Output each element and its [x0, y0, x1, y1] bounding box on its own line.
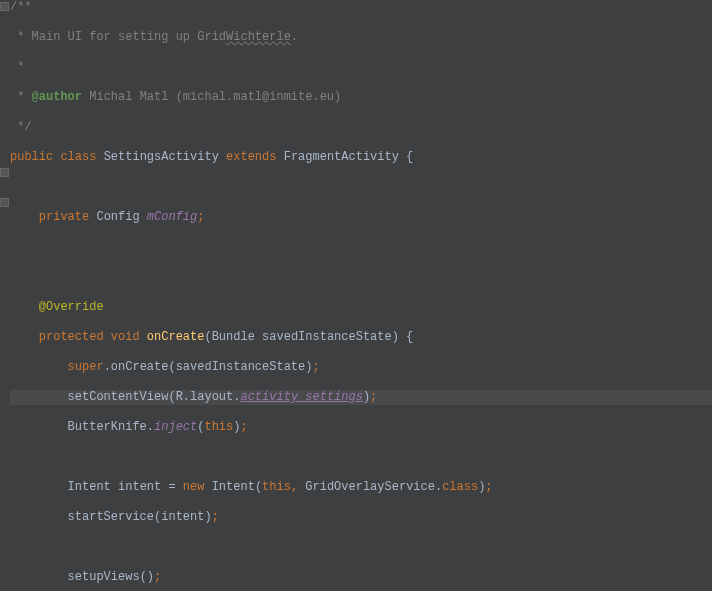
paren-open: (	[168, 360, 175, 374]
param-name: savedInstanceState	[262, 330, 392, 344]
semicolon: ;	[312, 360, 319, 374]
code-line[interactable]: * Main UI for setting up GridWichterle.	[10, 30, 712, 45]
kw-extends: extends	[226, 150, 276, 164]
javadoc-author: Michal Matl (michal.matl@inmite.eu)	[82, 90, 341, 104]
type-name: Intent	[68, 480, 111, 494]
paren-close: )	[204, 510, 211, 524]
kw-protected: protected	[39, 330, 104, 344]
javadoc-text: *	[10, 30, 32, 44]
code-line[interactable]: private Config mConfig;	[10, 210, 712, 225]
paren-close: )	[392, 330, 399, 344]
kw-new: new	[183, 480, 205, 494]
code-line[interactable]: *	[10, 60, 712, 75]
javadoc-open: /**	[10, 0, 32, 14]
gutter-marker-icon[interactable]	[0, 168, 9, 177]
method-name: onCreate	[147, 330, 205, 344]
param-type: Bundle	[212, 330, 255, 344]
brace-open: {	[399, 150, 413, 164]
code-line[interactable]: * @author Michal Matl (michal.matl@inmit…	[10, 90, 712, 105]
paren-open: (	[168, 390, 175, 404]
paren-close: )	[363, 390, 370, 404]
code-line[interactable]: /**	[10, 0, 712, 15]
class-ref: ButterKnife	[68, 420, 147, 434]
method-ref: setContentView	[68, 390, 169, 404]
paren-open: (	[255, 480, 262, 494]
code-line[interactable]: @Override	[10, 300, 712, 315]
javadoc-blank: *	[10, 60, 24, 74]
javadoc-author-tag: @author	[32, 90, 82, 104]
comma: ,	[291, 480, 305, 494]
code-line[interactable]: setupViews();	[10, 570, 712, 585]
code-line[interactable]	[10, 270, 712, 285]
code-line[interactable]	[10, 180, 712, 195]
kw-void: void	[111, 330, 140, 344]
semicolon: ;	[240, 420, 247, 434]
kw-super: super	[68, 360, 104, 374]
javadoc-text: Main UI for setting up Grid	[32, 30, 226, 44]
dot: .	[104, 360, 111, 374]
kw-this: this	[204, 420, 233, 434]
field-name: mConfig	[147, 210, 197, 224]
code-line[interactable]: startService(intent);	[10, 510, 712, 525]
resource-ref: activity_settings	[240, 390, 362, 404]
semicolon: ;	[212, 510, 219, 524]
javadoc-close: */	[10, 120, 32, 134]
static-method-ref: inject	[154, 420, 197, 434]
method-ref: startService	[68, 510, 154, 524]
class-ref: GridOverlayService	[305, 480, 435, 494]
method-ref: onCreate	[111, 360, 169, 374]
code-line[interactable]: super.onCreate(savedInstanceState);	[10, 360, 712, 375]
superclass-name: FragmentActivity	[284, 150, 399, 164]
code-line-highlighted[interactable]: setContentView(R.layout.activity_setting…	[10, 390, 712, 405]
javadoc-text: .	[291, 30, 298, 44]
semicolon: ;	[485, 480, 492, 494]
code-line[interactable]: Intent intent = new Intent(this, GridOve…	[10, 480, 712, 495]
paren-open: (	[140, 570, 147, 584]
paren-open: (	[204, 330, 211, 344]
code-line[interactable]: */	[10, 120, 712, 135]
dot: .	[147, 420, 154, 434]
class-name: SettingsActivity	[104, 150, 219, 164]
gutter-marker-icon[interactable]	[0, 2, 9, 11]
kw-public: public	[10, 150, 53, 164]
code-line[interactable]	[10, 450, 712, 465]
javadoc-prefix: *	[10, 90, 32, 104]
gutter-marker-icon[interactable]	[0, 198, 9, 207]
class-ref: layout	[190, 390, 233, 404]
javadoc-typo: Wichterle	[226, 30, 291, 44]
var-ref: intent	[161, 510, 204, 524]
code-line[interactable]: ButterKnife.inject(this);	[10, 420, 712, 435]
var-name: intent	[118, 480, 161, 494]
code-line[interactable]: protected void onCreate(Bundle savedInst…	[10, 330, 712, 345]
kw-private: private	[39, 210, 89, 224]
override-annotation: @Override	[39, 300, 104, 314]
class-ref: R	[176, 390, 183, 404]
code-line[interactable]	[10, 540, 712, 555]
ctor-name: Intent	[212, 480, 255, 494]
equals: =	[161, 480, 183, 494]
code-line[interactable]	[10, 240, 712, 255]
param-name: savedInstanceState	[176, 360, 306, 374]
code-line[interactable]: public class SettingsActivity extends Fr…	[10, 150, 712, 165]
kw-class: class	[60, 150, 96, 164]
semicolon: ;	[154, 570, 161, 584]
brace-open: {	[399, 330, 413, 344]
editor-gutter	[0, 0, 10, 591]
method-ref: setupViews	[68, 570, 140, 584]
dot: .	[183, 390, 190, 404]
type-name: Config	[96, 210, 139, 224]
semicolon: ;	[370, 390, 377, 404]
kw-this: this	[262, 480, 291, 494]
paren-close: )	[147, 570, 154, 584]
kw-class-literal: class	[442, 480, 478, 494]
code-editor[interactable]: /** * Main UI for setting up GridWichter…	[10, 0, 712, 591]
semicolon: ;	[197, 210, 204, 224]
